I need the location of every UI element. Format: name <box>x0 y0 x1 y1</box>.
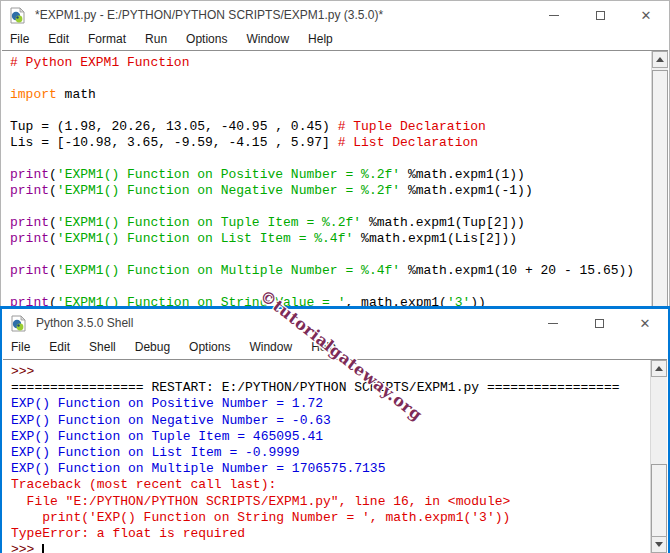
code-line <box>10 279 651 295</box>
menu-item-help[interactable]: Help <box>299 30 343 49</box>
code-line: print('EXPM1() Function on Multiple Numb… <box>10 263 651 279</box>
shell-window: Python 3.5.0 Shell ✕ FileEditShellDebugO… <box>0 306 670 553</box>
shell-window-controls: ✕ <box>530 309 668 337</box>
editor-window: *EXPM1.py - E:/PYTHON/PYTHON SCRIPTS/EXP… <box>0 0 670 309</box>
code-line: import math <box>10 87 651 103</box>
code-line <box>10 71 651 87</box>
code-line: Tup = (1.98, 20.26, 13.05, -40.95 , 0.45… <box>10 119 651 135</box>
code-line: print('EXPM1() Function on Negative Numb… <box>10 183 651 199</box>
menu-item-edit[interactable]: Edit <box>40 338 80 357</box>
menu-item-debug[interactable]: Debug <box>126 338 180 357</box>
editor-scrollbar[interactable] <box>651 51 668 309</box>
close-icon[interactable]: ✕ <box>623 1 669 29</box>
editor-code[interactable]: # Python EXPM1 Function import math Tup … <box>2 51 651 309</box>
code-line: EXP() Function on Multiple Number = 1706… <box>11 461 650 477</box>
editor-window-controls: ✕ <box>531 1 669 29</box>
scroll-down-icon[interactable] <box>651 536 667 553</box>
code-line <box>10 247 651 263</box>
idle-shell-icon <box>10 315 27 332</box>
code-line <box>10 151 651 167</box>
editor-text-area[interactable]: # Python EXPM1 Function import math Tup … <box>2 50 668 309</box>
editor-menubar: FileEditFormatRunOptionsWindowHelp <box>1 29 669 50</box>
shell-output[interactable]: >>> ================= RESTART: E:/PYTHON… <box>3 360 650 553</box>
scroll-up-icon[interactable] <box>652 51 668 68</box>
menu-item-file[interactable]: File <box>2 338 40 357</box>
menu-item-help[interactable]: Help <box>302 338 346 357</box>
menu-item-format[interactable]: Format <box>79 30 136 49</box>
code-line: >>> <box>11 364 650 380</box>
menu-item-options[interactable]: Options <box>177 30 237 49</box>
editor-scroll-thumb[interactable] <box>652 70 668 307</box>
code-line: print('EXPM1() Function on Tuple Item = … <box>10 215 651 231</box>
text-cursor <box>42 544 44 553</box>
menu-item-file[interactable]: File <box>1 30 39 49</box>
code-line: # Python EXPM1 Function <box>10 55 651 71</box>
menu-item-edit[interactable]: Edit <box>39 30 79 49</box>
idle-file-icon <box>9 7 26 24</box>
editor-window-title: *EXPM1.py - E:/PYTHON/PYTHON SCRIPTS/EXP… <box>35 8 531 22</box>
minimize-icon[interactable] <box>531 1 577 29</box>
code-line: EXP() Function on Tuple Item = 465095.41 <box>11 429 650 445</box>
menu-item-run[interactable]: Run <box>136 30 177 49</box>
code-line: TypeError: a float is required <box>11 526 650 542</box>
code-line: EXP() Function on List Item = -0.9999 <box>11 445 650 461</box>
code-line: print('EXPM1() Function on Positive Numb… <box>10 167 651 183</box>
code-line <box>10 103 651 119</box>
code-line: >>> <box>11 542 650 553</box>
menu-item-shell[interactable]: Shell <box>80 338 126 357</box>
shell-scrollbar[interactable] <box>650 360 667 553</box>
menu-item-options[interactable]: Options <box>180 338 240 357</box>
code-line: print('EXPM1() Function on List Item = %… <box>10 231 651 247</box>
code-line: ================= RESTART: E:/PYTHON/PYT… <box>11 380 650 396</box>
minimize-icon[interactable] <box>530 309 576 337</box>
menu-item-window[interactable]: Window <box>237 30 299 49</box>
shell-menubar: FileEditShellDebugOptionsWindowHelp <box>2 337 668 358</box>
maximize-icon[interactable] <box>577 1 623 29</box>
editor-titlebar[interactable]: *EXPM1.py - E:/PYTHON/PYTHON SCRIPTS/EXP… <box>1 1 669 29</box>
code-line: EXP() Function on Negative Number = -0.6… <box>11 413 650 429</box>
shell-text-area[interactable]: >>> ================= RESTART: E:/PYTHON… <box>3 359 667 553</box>
scroll-up-icon[interactable] <box>651 360 667 377</box>
code-line: EXP() Function on Positive Number = 1.72 <box>11 396 650 412</box>
code-line: print('EXP() Function on String Number =… <box>11 510 650 526</box>
shell-titlebar[interactable]: Python 3.5.0 Shell ✕ <box>2 309 668 337</box>
maximize-icon[interactable] <box>576 309 622 337</box>
close-icon[interactable]: ✕ <box>622 309 668 337</box>
shell-window-title: Python 3.5.0 Shell <box>36 316 530 330</box>
code-line <box>10 199 651 215</box>
code-line: Traceback (most recent call last): <box>11 477 650 493</box>
code-line: Lis = [-10.98, 3.65, -9.59, -4.15 , 5.97… <box>10 135 651 151</box>
code-line: File "E:/PYTHON/PYTHON SCRIPTS/EXPM1.py"… <box>11 494 650 510</box>
menu-item-window[interactable]: Window <box>240 338 302 357</box>
